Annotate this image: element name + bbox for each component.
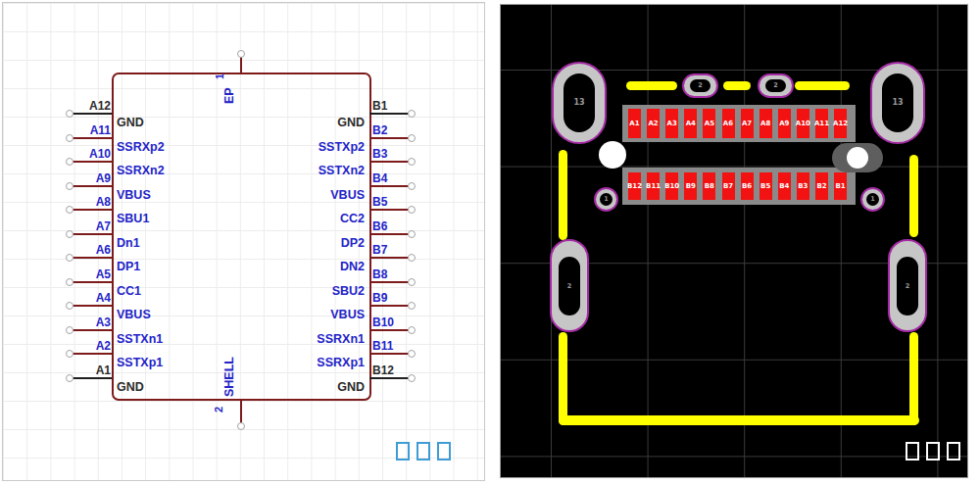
pcb-pad-a8[interactable]: A8 [760, 109, 772, 138]
paste-circle-left [599, 141, 626, 169]
mount-pad-2-bottom-right[interactable]: 2 [888, 239, 927, 332]
schematic-pin-a3-name: SSTXn1 [117, 332, 163, 347]
pcb-pad-b2[interactable]: B2 [815, 172, 828, 200]
silkscreen-line [723, 81, 751, 90]
schematic-canvas[interactable]: 1 EP 2 SHELL A12GNDA11SSRXp2A10SSRXn2A9V… [2, 2, 485, 481]
watermark-placeholder-glyphs [396, 442, 451, 461]
watermark-placeholder-glyphs [906, 442, 960, 461]
silkscreen-line [795, 81, 850, 90]
pad-1-right[interactable]: 1 [860, 187, 885, 212]
schematic-pin-b10-name: SSRXn1 [227, 332, 365, 347]
schematic-pin-a2-line[interactable] [73, 353, 112, 355]
pcb-pad-a4[interactable]: A4 [684, 109, 697, 138]
schematic-pin-b3-line[interactable] [369, 161, 409, 163]
schematic-pin-b8-line[interactable] [369, 281, 409, 283]
pcb-pad-a11[interactable]: A11 [815, 109, 828, 138]
pad-2-top-right[interactable]: 2 [758, 73, 794, 98]
schematic-pin-b6-line[interactable] [369, 233, 409, 235]
mount-pad-2-bottom-right-hole: 2 [897, 257, 918, 315]
pcb-pad-b4[interactable]: B4 [778, 172, 791, 200]
schematic-pin-b8-name: SBU2 [227, 284, 365, 299]
schematic-pin-a1-name: GND [117, 380, 144, 395]
schematic-pin-a3-line[interactable] [73, 329, 112, 331]
bottom-pin-line[interactable] [240, 399, 242, 424]
schematic-pin-a2-name: SSTXp1 [117, 356, 163, 370]
silkscreen-line [559, 415, 919, 425]
pcb-pad-b11[interactable]: B11 [647, 172, 660, 200]
pcb-pad-b3[interactable]: B3 [797, 172, 809, 200]
schematic-pin-a8-name: SBU1 [117, 212, 149, 226]
schematic-pin-b4-line[interactable] [369, 185, 409, 187]
schematic-pin-a5-name: CC1 [117, 284, 141, 299]
schematic-pin-b2-line[interactable] [369, 137, 409, 139]
silkscreen-line [626, 81, 677, 90]
schematic-pin-a8-number: A8 [70, 195, 111, 209]
mount-pad-13-left[interactable]: 13 [552, 62, 607, 144]
top-pin-name: EP [222, 87, 236, 104]
pcb-pad-a1[interactable]: A1 [628, 109, 641, 138]
pcb-pad-b6[interactable]: B6 [741, 172, 754, 200]
pcb-pad-a2[interactable]: A2 [647, 109, 660, 138]
schematic-pin-b9-name: VBUS [227, 308, 365, 322]
silkscreen-line [559, 332, 567, 425]
schematic-pin-a3-number: A3 [70, 315, 111, 329]
pcb-pad-b12[interactable]: B12 [628, 172, 641, 200]
pcb-pad-b7[interactable]: B7 [722, 172, 735, 200]
pcb-pad-a12[interactable]: A12 [834, 109, 847, 138]
schematic-pin-b11-line[interactable] [369, 353, 409, 355]
schematic-pin-b12-line[interactable] [369, 377, 409, 379]
pcb-pad-b9[interactable]: B9 [684, 172, 697, 200]
schematic-pin-a10-line[interactable] [73, 161, 112, 163]
pcb-pad-b8[interactable]: B8 [703, 172, 715, 200]
watermark-box-glyph [947, 442, 960, 461]
schematic-pin-a4-line[interactable] [73, 305, 112, 307]
pad-1-right-hole: 1 [866, 193, 879, 206]
schematic-pin-a6-number: A6 [70, 243, 111, 257]
schematic-pin-b6-name: DP2 [227, 236, 365, 251]
schematic-pin-a11-line[interactable] [73, 137, 112, 139]
pad-1-left[interactable]: 1 [594, 187, 618, 212]
pcb-pad-b10[interactable]: B10 [665, 172, 678, 200]
schematic-pin-b4-name: VBUS [227, 188, 365, 203]
schematic-pin-b10-line[interactable] [369, 329, 409, 331]
mount-pad-2-bottom-left-hole: 2 [559, 257, 580, 315]
pcb-pad-a7[interactable]: A7 [741, 109, 754, 138]
pcb-pad-b5[interactable]: B5 [760, 172, 772, 200]
bottom-pin-number: 2 [213, 407, 224, 412]
schematic-pin-b8-number: B8 [372, 267, 414, 281]
schematic-pin-b3-name: SSTXn2 [227, 164, 365, 178]
schematic-pin-a7-name: Dn1 [117, 236, 140, 251]
schematic-pin-a1-line[interactable] [73, 377, 112, 379]
pcb-canvas[interactable]: A1A2A3A4A5A6A7A8A9A10A11A12 B12B11B10B9B… [500, 4, 968, 478]
pcb-pad-a3[interactable]: A3 [665, 109, 678, 138]
schematic-pin-b1-name: GND [227, 116, 365, 130]
top-pin-line[interactable] [240, 57, 242, 73]
mount-pad-13-right[interactable]: 13 [870, 62, 925, 144]
schematic-pin-b5-line[interactable] [369, 209, 409, 211]
schematic-pin-b11-number: B11 [372, 339, 414, 353]
schematic-pin-b3-number: B3 [372, 147, 414, 161]
schematic-pin-b9-line[interactable] [369, 305, 409, 307]
pcb-pad-a10[interactable]: A10 [797, 109, 809, 138]
schematic-pin-a2-number: A2 [70, 339, 111, 353]
pcb-pad-a9[interactable]: A9 [778, 109, 791, 138]
schematic-pin-a9-number: A9 [70, 171, 111, 185]
schematic-pin-a9-line[interactable] [73, 185, 112, 187]
schematic-pin-a6-line[interactable] [73, 257, 112, 259]
paste-circle-right [847, 147, 868, 169]
pcb-pad-a6[interactable]: A6 [722, 109, 735, 138]
schematic-pin-b7-number: B7 [372, 243, 414, 257]
schematic-pin-a12-line[interactable] [73, 113, 112, 115]
pcb-pad-a5[interactable]: A5 [703, 109, 715, 138]
schematic-pin-b9-number: B9 [372, 291, 414, 305]
silkscreen-line [909, 155, 918, 237]
schematic-pin-b7-line[interactable] [369, 257, 409, 259]
schematic-pin-a11-number: A11 [70, 123, 111, 137]
schematic-pin-b1-line[interactable] [369, 113, 409, 115]
schematic-pin-a5-line[interactable] [73, 281, 112, 283]
pcb-pad-b1[interactable]: B1 [834, 172, 847, 200]
schematic-pin-a8-line[interactable] [73, 209, 112, 211]
mount-pad-2-bottom-left[interactable]: 2 [550, 239, 589, 332]
schematic-pin-a7-line[interactable] [73, 233, 112, 235]
pad-2-top-left[interactable]: 2 [682, 73, 718, 98]
